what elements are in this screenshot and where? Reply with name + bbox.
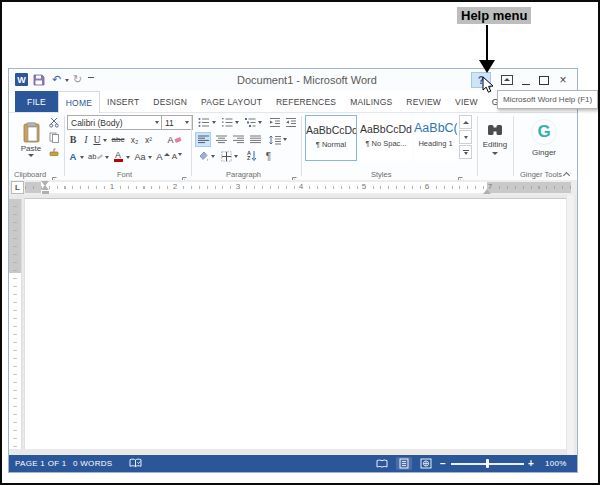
decrease-indent-button[interactable] <box>267 115 282 129</box>
text-effects-caret[interactable] <box>80 156 84 159</box>
text-effects-button[interactable]: A <box>67 149 79 164</box>
page-count[interactable]: PAGE 1 OF 1 <box>15 459 67 468</box>
proofing-status-button[interactable] <box>129 458 142 471</box>
mouse-cursor-icon <box>482 76 495 98</box>
zoom-in-button[interactable]: + <box>528 458 534 469</box>
style-normal[interactable]: AaBbCcDd ¶ Normal <box>305 115 357 161</box>
vertical-ruler[interactable] <box>9 199 22 449</box>
cut-button[interactable] <box>47 116 61 129</box>
sort-button[interactable]: A Z <box>244 149 260 163</box>
ginger-button[interactable]: G Ginger <box>523 115 565 161</box>
font-name-combo[interactable]: Calibri (Body) <box>67 115 163 130</box>
underline-dropdown-caret[interactable] <box>103 139 107 142</box>
copy-button[interactable] <box>47 131 61 144</box>
zoom-out-button[interactable]: − <box>440 458 446 469</box>
change-case-caret[interactable] <box>148 156 152 159</box>
editing-label: Editing <box>483 140 507 149</box>
align-left-button[interactable] <box>195 132 211 147</box>
tab-view[interactable]: VIEW <box>448 91 485 112</box>
tab-file[interactable]: FILE <box>15 91 58 112</box>
style-no-spacing[interactable]: AaBbCcDd ¶ No Spac... <box>360 115 412 161</box>
right-indent-marker[interactable] <box>483 189 491 194</box>
shading-button[interactable] <box>196 149 210 163</box>
document-area <box>9 195 577 455</box>
zoom-level[interactable]: 100% <box>545 459 567 468</box>
hanging-indent-marker[interactable] <box>41 185 49 190</box>
bullets-button[interactable] <box>196 115 211 129</box>
tab-home[interactable]: HOME <box>58 91 100 113</box>
superscript-button[interactable]: x² <box>142 132 155 147</box>
format-painter-icon <box>49 147 60 158</box>
line-spacing-caret[interactable] <box>283 138 287 141</box>
multilevel-list-button[interactable] <box>242 115 257 129</box>
print-layout-button[interactable] <box>396 457 412 470</box>
align-center-button[interactable] <box>213 132 229 147</box>
align-right-button[interactable] <box>230 132 246 147</box>
close-button[interactable]: × <box>555 72 571 88</box>
shading-caret[interactable] <box>211 155 215 158</box>
line-spacing-button[interactable] <box>267 132 282 147</box>
highlight-color-button[interactable]: ab <box>88 149 103 164</box>
font-dialog-launcher[interactable] <box>181 170 189 178</box>
underline-button[interactable]: U <box>92 132 102 147</box>
strikethrough-button[interactable]: abc <box>110 132 126 147</box>
maximize-button[interactable] <box>537 72 551 88</box>
horizontal-ruler[interactable]: 1 2 3 4 5 6 7 <box>25 182 571 193</box>
styles-scroll-up-button[interactable] <box>459 115 472 129</box>
clear-formatting-button[interactable]: A <box>166 132 182 147</box>
tab-mailings[interactable]: MAILINGS <box>343 91 399 112</box>
tab-insert[interactable]: INSERT <box>100 91 146 112</box>
borders-caret[interactable] <box>234 155 238 158</box>
numbering-caret[interactable] <box>235 121 239 124</box>
word-app-icon[interactable]: W <box>15 73 28 86</box>
paste-button[interactable]: Paste <box>17 115 45 163</box>
zoom-slider-thumb[interactable] <box>486 459 489 468</box>
font-size-combo[interactable]: 11 <box>161 115 193 130</box>
font-color-caret[interactable] <box>126 156 130 159</box>
undo-dropdown-caret[interactable] <box>65 79 69 82</box>
styles-scroll-down-button[interactable] <box>459 130 472 144</box>
left-indent-marker[interactable] <box>42 191 49 194</box>
save-icon[interactable] <box>33 74 45 88</box>
paste-dropdown-caret[interactable] <box>28 154 34 157</box>
document-page[interactable] <box>24 198 571 449</box>
grow-font-button[interactable]: A <box>157 149 169 164</box>
shrink-font-button[interactable]: A <box>171 149 183 164</box>
styles-dialog-launcher[interactable] <box>457 170 465 178</box>
paragraph-group-label: Paragraph <box>226 170 261 179</box>
tab-selector[interactable]: L <box>11 181 24 194</box>
bullets-caret[interactable] <box>212 121 216 124</box>
style-heading1[interactable]: AaBbC( Heading 1 <box>414 115 457 161</box>
paragraph-dialog-launcher[interactable] <box>291 170 299 178</box>
tab-references[interactable]: REFERENCES <box>269 91 343 112</box>
tab-review[interactable]: REVIEW <box>399 91 448 112</box>
clipboard-dialog-launcher[interactable] <box>51 170 59 178</box>
multilevel-caret[interactable] <box>258 121 262 124</box>
styles-more-button[interactable] <box>459 145 472 159</box>
increase-indent-button[interactable] <box>283 115 298 129</box>
font-color-button[interactable]: A <box>112 149 124 164</box>
justify-button[interactable] <box>247 132 263 147</box>
editing-button[interactable]: Editing <box>481 117 509 161</box>
collapse-ribbon-button[interactable] <box>564 171 570 177</box>
ribbon-display-options-button[interactable] <box>499 72 515 88</box>
word-count[interactable]: 0 WORDS <box>73 459 112 468</box>
numbering-button[interactable] <box>219 115 234 129</box>
change-case-button[interactable]: Aa <box>133 149 147 164</box>
read-mode-button[interactable] <box>374 457 390 470</box>
eraser-icon <box>174 137 181 143</box>
vertical-scrollbar[interactable] <box>566 195 574 455</box>
tab-design[interactable]: DESIGN <box>146 91 194 112</box>
subscript-button[interactable]: x₂ <box>128 132 141 147</box>
italic-button[interactable]: I <box>81 132 91 147</box>
show-hide-pilcrow-button[interactable]: ¶ <box>262 149 275 163</box>
web-layout-button[interactable] <box>418 457 434 470</box>
bold-button[interactable]: B <box>67 132 79 147</box>
minimize-button[interactable] <box>519 72 533 88</box>
highlight-caret[interactable] <box>105 156 109 159</box>
borders-button[interactable] <box>219 149 233 163</box>
tab-page-layout[interactable]: PAGE LAYOUT <box>194 91 269 112</box>
format-painter-button[interactable] <box>47 146 61 159</box>
undo-icon[interactable]: ↶ <box>52 73 61 86</box>
redo-icon[interactable]: ↻ <box>73 73 82 86</box>
